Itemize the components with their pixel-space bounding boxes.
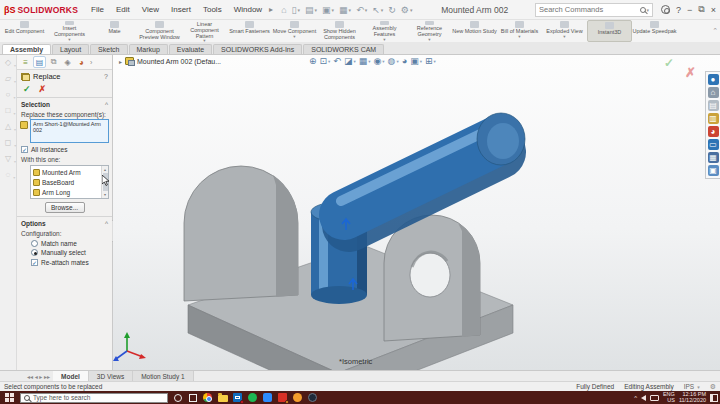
cancel-button[interactable]: ✗ [39,84,47,94]
tab-markup[interactable]: Markup [129,44,168,54]
browse-button[interactable]: Browse... [45,202,85,213]
graphics-area[interactable]: ▸ Mounted Arm 002 (Defau... ⊕ ⊡▾ ↶ ◪▾ ▦▾… [113,55,720,370]
scroll-down-icon[interactable]: ▾ [104,192,106,197]
select-icon[interactable]: ↖▾ [370,4,385,16]
pin-menu-icon[interactable]: ▸ [269,5,273,14]
app-blue-icon[interactable] [262,392,273,403]
match-name-option[interactable]: Match name [17,238,112,247]
list-item[interactable]: Mounted Arm [31,167,101,177]
app-dark-icon[interactable] [307,392,318,403]
left-toolbar-icon[interactable]: ▱ [5,75,11,83]
file-explorer-icon[interactable] [217,392,228,403]
taskbar-search[interactable]: Type here to search [20,393,168,403]
command-search[interactable]: ▾ [535,3,653,17]
ribbon-smart-fasteners[interactable]: Smart Fasteners [227,20,272,42]
print-icon[interactable]: ▦▾ [337,4,353,16]
menu-edit[interactable]: Edit [111,3,135,16]
action-center-icon[interactable] [710,394,718,402]
tab-3d-views[interactable]: 3D Views [89,371,133,381]
ribbon-edit-component[interactable]: Edit Component [2,20,47,42]
chrome-icon[interactable] [202,392,213,403]
tab-layout[interactable]: Layout [52,44,89,54]
ribbon-new-motion-study[interactable]: New Motion Study [452,20,497,42]
selection-group-header[interactable]: Selection ^ [17,98,112,109]
manually-select-radio[interactable] [31,249,38,256]
all-instances-row[interactable]: ✓ All instances [17,143,112,154]
left-toolbar-icon[interactable]: △ [5,123,11,131]
ok-button[interactable]: ✓ [23,84,31,94]
ribbon-bill-of-materials[interactable]: Bill of Materials▾ [497,20,542,42]
ribbon-instant3d[interactable]: Instant3D [587,20,632,42]
status-options-icon[interactable]: ⚙ [710,383,716,391]
options-group-header[interactable]: Options ^ [17,217,112,228]
collapse-options-icon[interactable]: ^ [105,220,108,227]
menu-file[interactable]: File [86,3,109,16]
manually-select-option[interactable]: Manually select [17,247,112,256]
all-instances-checkbox[interactable]: ✓ [21,146,28,153]
list-item[interactable]: Arm Long [31,187,101,197]
ribbon-insert-components[interactable]: Insert Components▾ [47,20,92,42]
ribbon-move-component[interactable]: Move Component▾ [272,20,317,42]
ribbon-collapse-icon[interactable]: ⌃ [712,27,718,35]
left-toolbar-icon[interactable]: ▽ [5,155,11,163]
ribbon-reference-geometry[interactable]: Reference Geometry▾ [407,20,452,42]
menu-window[interactable]: Window [229,3,267,16]
app-orange-icon[interactable] [292,392,303,403]
ribbon-component-preview[interactable]: Component Preview Window [137,20,182,42]
tab-assembly[interactable]: Assembly [2,44,51,54]
left-toolbar-icon[interactable]: ◇ [5,59,11,67]
taskbar-clock[interactable]: 12:16 PM 11/12/2020 [679,392,706,403]
open-icon[interactable]: ▤▾ [303,4,319,16]
mail-icon[interactable] [232,392,243,403]
volume-icon[interactable] [641,395,646,401]
restore-button[interactable]: ⧉ [698,4,704,15]
minimize-button[interactable]: − [687,5,692,15]
save-icon[interactable]: ▣▾ [320,4,336,16]
tab-nav-buttons[interactable]: ◂◂ ◂ ▸ ▸▸ [24,371,53,381]
left-toolbar-icon[interactable]: □ [6,107,11,115]
undo-icon[interactable]: ↶▾ [354,4,369,16]
tab-model[interactable]: Model [53,371,89,381]
ribbon-exploded-view[interactable]: Exploded View▾ [542,20,587,42]
menu-tools[interactable]: Tools [198,3,227,16]
tab-motion-study[interactable]: Motion Study 1 [133,371,193,381]
displaymanager-tab-icon[interactable]: ◕ [75,56,88,68]
reattach-mates-row[interactable]: ✓ Re-attach mates [17,256,112,267]
rebuild-icon[interactable]: ↻ [386,4,398,16]
help-icon[interactable]: ? [676,5,681,15]
reattach-mates-checkbox[interactable]: ✓ [31,259,38,266]
replace-selection-box[interactable]: Arm Short-1@Mounted Arm 002 [30,119,109,143]
ribbon-assembly-features[interactable]: Assembly Features▾ [362,20,407,42]
ribbon-linear-pattern[interactable]: Linear Component Pattern▾ [182,20,227,42]
app-red-icon[interactable] [277,392,288,403]
menu-view[interactable]: View [137,3,164,16]
match-name-radio[interactable] [31,240,38,247]
configurationmanager-tab-icon[interactable]: ⧉ [47,56,60,68]
home-icon[interactable]: ⌂ [279,4,288,16]
tab-evaluate[interactable]: Evaluate [169,44,212,54]
list-item[interactable]: BaseBoard [31,177,101,187]
ribbon-show-hidden[interactable]: Show Hidden Components [317,20,362,42]
ribbon-update-speedpak[interactable]: Update Speedpak [632,20,677,42]
tab-solidworks-cam[interactable]: SOLIDWORKS CAM [303,44,384,54]
close-button[interactable]: × [711,5,716,15]
touch-keyboard-icon[interactable] [650,395,659,401]
tab-solidworks-addins[interactable]: SOLIDWORKS Add-Ins [213,44,302,54]
hidden-icons-chevron[interactable]: ^ [634,395,637,401]
search-caret-icon[interactable]: ▾ [647,7,650,13]
task-view-icon[interactable] [187,392,198,403]
cortana-icon[interactable] [172,392,183,403]
unit-system-selector[interactable]: IPS ▾ [684,383,700,390]
left-toolbar-icon[interactable]: ◻ [5,139,12,147]
language-indicator[interactable]: ENG US [663,392,675,403]
panel-help-icon[interactable]: ? [104,73,108,80]
propertymanager-tab-icon[interactable]: ▤ [33,56,46,68]
new-document-icon[interactable]: ▯▾ [290,4,302,16]
scroll-up-icon[interactable]: ▴ [104,167,106,172]
dimxpertmanager-tab-icon[interactable]: ◈ [61,56,74,68]
replacement-part-list[interactable]: Mounted Arm BaseBoard Arm Long ▴ ▾ [30,165,109,199]
start-button[interactable] [2,391,16,404]
panel-tabs-more-icon[interactable]: › [90,59,92,66]
command-search-input[interactable] [539,5,639,14]
options-icon[interactable]: ⚙▾ [399,4,415,16]
